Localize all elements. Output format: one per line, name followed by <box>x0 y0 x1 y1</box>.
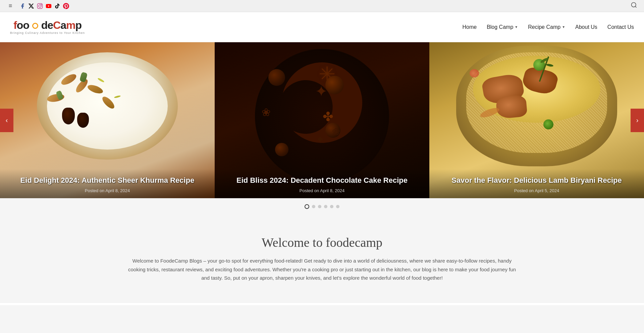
slide-3-date: Posted on April 5, 2024 <box>436 188 637 193</box>
main-nav: Home Blog Camp ▼ Recipe Camp ▼ About Us … <box>462 24 634 30</box>
dot-4[interactable] <box>324 205 327 208</box>
logo-text: foo deCamp <box>13 20 82 31</box>
nav-recipe-camp[interactable]: Recipe Camp ▼ <box>528 24 565 30</box>
tiktok-icon[interactable] <box>54 2 61 10</box>
svg-point-2 <box>41 4 42 5</box>
svg-point-1 <box>39 5 41 7</box>
slider-track: Eid Delight 2024: Authentic Sheer Khurma… <box>0 42 644 198</box>
svg-line-5 <box>635 6 637 8</box>
instagram-icon[interactable] <box>36 2 44 10</box>
welcome-title: Welcome to foodecamp <box>127 235 517 250</box>
dot-5[interactable] <box>330 205 333 208</box>
youtube-icon[interactable] <box>45 2 52 10</box>
slide-1-caption: Eid Delight 2024: Authentic Sheer Khurma… <box>0 169 215 198</box>
nav-blog-camp[interactable]: Blog Camp ▼ <box>487 24 518 30</box>
logo[interactable]: foo deCamp Bringing Culinary Adventures … <box>10 20 85 35</box>
slide-1-title: Eid Delight 2024: Authentic Sheer Khurma… <box>7 176 208 185</box>
hamburger-menu[interactable]: ≡ <box>7 2 14 10</box>
nav-home[interactable]: Home <box>462 24 477 30</box>
logo-tagline: Bringing Culinary Adventures to Your Kit… <box>10 31 85 35</box>
slide-2-title: Eid Bliss 2024: Decadent Chocolate Cake … <box>221 176 423 185</box>
slide-3-title: Savor the Flavor: Delicious Lamb Biryani… <box>436 176 637 185</box>
search-icon[interactable] <box>631 3 637 10</box>
svg-rect-0 <box>38 3 43 8</box>
top-bar-left: ≡ <box>7 2 70 10</box>
nav-about-us[interactable]: About Us <box>575 24 597 30</box>
slider-prev-button[interactable]: ‹ <box>0 109 13 132</box>
slide-1[interactable]: Eid Delight 2024: Authentic Sheer Khurma… <box>0 42 215 198</box>
nav-contact-us[interactable]: Contact Us <box>607 24 634 30</box>
top-bar: ≡ <box>0 0 644 12</box>
pinterest-icon[interactable] <box>62 2 70 10</box>
slider-next-button[interactable]: › <box>631 109 644 132</box>
slide-1-date: Posted on April 8, 2024 <box>7 188 208 193</box>
bottom-bar <box>0 302 644 305</box>
welcome-section: Welcome to foodecamp Welcome to FoodeCam… <box>121 222 523 292</box>
facebook-icon[interactable] <box>19 2 26 10</box>
dot-6[interactable] <box>336 205 339 208</box>
recipe-camp-arrow: ▼ <box>562 25 565 29</box>
slide-2-caption: Eid Bliss 2024: Decadent Chocolate Cake … <box>215 169 429 198</box>
slide-2-date: Posted on April 8, 2024 <box>221 188 423 193</box>
slider: ‹ <box>0 42 644 198</box>
twitter-x-icon[interactable] <box>28 2 35 10</box>
svg-point-4 <box>632 3 636 7</box>
search-area[interactable] <box>631 2 637 10</box>
dot-2[interactable] <box>312 205 315 208</box>
slide-2[interactable]: ✳ ✦ ✤ ✦ ❀ ❀ Eid Bliss 2024: Decadent Cho… <box>215 42 429 198</box>
slide-3-caption: Savor the Flavor: Delicious Lamb Biryani… <box>429 169 644 198</box>
header: foo deCamp Bringing Culinary Adventures … <box>0 12 644 42</box>
dot-1[interactable] <box>305 204 309 209</box>
dot-3[interactable] <box>318 205 321 208</box>
blog-camp-arrow: ▼ <box>515 25 518 29</box>
slider-dots <box>0 198 644 215</box>
slide-3[interactable]: Savor the Flavor: Delicious Lamb Biryani… <box>429 42 644 198</box>
welcome-text: Welcome to FoodeCamp Blogs – your go-to … <box>127 257 517 282</box>
